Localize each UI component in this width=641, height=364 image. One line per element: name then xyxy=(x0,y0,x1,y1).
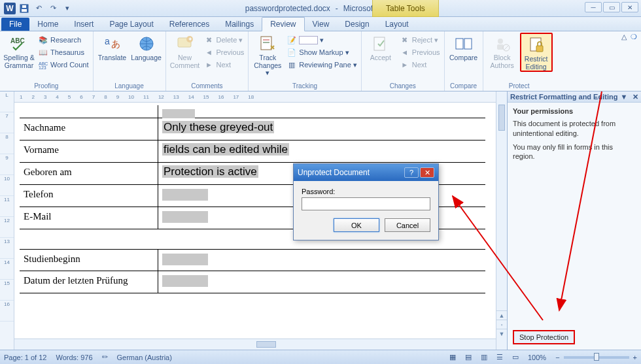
reject-icon: ✖ xyxy=(400,35,410,45)
view-full-screen-icon[interactable]: ▤ xyxy=(465,353,472,361)
form-field[interactable] xyxy=(162,109,195,118)
page-nav: ▲ ◦ ▼ xyxy=(496,310,507,338)
minimize-ribbon-icon[interactable]: △ xyxy=(621,33,627,41)
compare-button[interactable]: Compare xyxy=(447,33,480,62)
stop-protection-button[interactable]: Stop Protection xyxy=(513,330,575,344)
permissions-text-2: You may only fill in forms in this regio… xyxy=(513,142,636,162)
language-status[interactable]: German (Austria) xyxy=(117,354,172,361)
group-label: Changes xyxy=(364,82,442,91)
dialog-help-icon[interactable]: ? xyxy=(404,167,419,178)
help-icon[interactable]: ❍ xyxy=(631,33,637,41)
maximize-button[interactable]: ▭ xyxy=(603,2,620,12)
page-status[interactable]: Page: 1 of 12 xyxy=(4,354,46,361)
form-field[interactable] xyxy=(162,211,208,223)
proofing-status-icon[interactable]: ✏ xyxy=(102,353,108,361)
prev-icon: ◄ xyxy=(204,47,215,58)
view-outline-icon[interactable]: ☰ xyxy=(496,353,503,361)
svg-rect-15 xyxy=(374,37,385,50)
translate-button[interactable]: aあ Translate xyxy=(96,33,129,62)
next-icon: ► xyxy=(204,59,215,70)
show-markup-button[interactable]: 📄Show Markup ▾ xyxy=(285,46,358,58)
tab-references[interactable]: References xyxy=(162,18,217,31)
undo-icon[interactable]: ↶ xyxy=(33,3,44,14)
minimize-button[interactable]: ─ xyxy=(585,2,602,12)
show-markup-icon: 📄 xyxy=(286,47,297,58)
save-icon[interactable] xyxy=(18,3,30,14)
zoom-track[interactable] xyxy=(564,356,629,359)
language-button[interactable]: Language xyxy=(130,33,163,62)
tab-mailings[interactable]: Mailings xyxy=(217,18,262,31)
zoom-thumb[interactable] xyxy=(594,353,599,361)
vertical-scrollbar[interactable]: ▲ ◦ ▼ xyxy=(496,91,507,350)
form-field[interactable] xyxy=(162,275,208,287)
zoom-level[interactable]: 100% xyxy=(528,354,546,361)
tab-view[interactable]: View xyxy=(305,18,338,31)
abc-check-icon: ABC xyxy=(9,34,29,54)
svg-rect-16 xyxy=(456,39,463,49)
delete-icon: ✖ xyxy=(204,35,215,45)
tab-home[interactable]: Home xyxy=(29,18,66,31)
thesaurus-button[interactable]: 📖Thesaurus xyxy=(37,46,90,58)
svg-text:a: a xyxy=(105,36,110,46)
ok-button[interactable]: OK xyxy=(334,218,379,232)
next-page-icon[interactable]: ▼ xyxy=(496,329,507,338)
reviewing-pane-button[interactable]: ▥Reviewing Pane ▾ xyxy=(285,59,358,71)
scroll-thumb[interactable] xyxy=(498,105,505,131)
form-field-text[interactable]: Only these greyed-out xyxy=(162,121,274,133)
label-datum-pruefung: Datum der letzten Prüfung xyxy=(20,271,158,293)
word-count-status[interactable]: Words: 976 xyxy=(56,354,92,361)
scroll-thumb[interactable] xyxy=(256,341,276,348)
svg-text:123: 123 xyxy=(39,65,46,69)
svg-rect-2 xyxy=(22,5,26,8)
form-field-text[interactable]: fields can be edited while xyxy=(162,143,289,156)
ribbon-help: △ ❍ xyxy=(621,33,637,41)
spelling-label: Spelling &Grammar xyxy=(3,54,34,69)
prev-icon: ◄ xyxy=(400,47,410,58)
taskpane-title: Restrict Formatting and Editing xyxy=(510,93,617,101)
dialog-titlebar[interactable]: Unprotect Document ? ✕ xyxy=(294,164,438,181)
restrict-editing-icon xyxy=(527,35,546,55)
prev-comment-button: ◄Previous xyxy=(203,46,246,58)
redo-icon[interactable]: ↷ xyxy=(47,3,59,14)
compare-icon xyxy=(454,34,474,54)
zoom-in-icon[interactable]: + xyxy=(633,354,637,361)
browse-object-icon[interactable]: ◦ xyxy=(496,320,507,329)
password-input[interactable] xyxy=(302,197,430,210)
dialog-close-icon[interactable]: ✕ xyxy=(420,167,434,178)
horizontal-scrollbar[interactable] xyxy=(14,339,496,350)
group-protect: BlockAuthors RestrictEditing Protect xyxy=(483,31,555,91)
close-button[interactable]: ✕ xyxy=(621,2,638,12)
zoom-slider[interactable]: − + xyxy=(555,354,637,361)
research-button[interactable]: 📚Research xyxy=(37,34,90,46)
next-change-button: ►Next xyxy=(398,59,442,71)
spelling-grammar-button[interactable]: ABC Spelling &Grammar xyxy=(3,33,35,69)
wordcount-button[interactable]: ABC123Word Count xyxy=(37,59,90,71)
form-field[interactable] xyxy=(162,189,208,201)
form-field[interactable] xyxy=(162,254,208,265)
form-field-text[interactable]: Protection is active xyxy=(162,165,258,178)
tab-design[interactable]: Design xyxy=(337,18,377,31)
view-web-icon[interactable]: ▥ xyxy=(481,353,487,361)
tab-page-layout[interactable]: Page Layout xyxy=(101,18,161,31)
svg-rect-17 xyxy=(464,39,472,49)
markup-icon: 📝 xyxy=(286,35,297,45)
qat-customize-icon[interactable]: ▾ xyxy=(61,3,73,14)
restrict-editing-button[interactable]: RestrictEditing xyxy=(520,33,553,72)
tab-insert[interactable]: Insert xyxy=(66,18,101,31)
ribbon-tabs: File Home Insert Page Layout References … xyxy=(0,17,641,31)
track-changes-button[interactable]: TrackChanges ▾ xyxy=(251,33,284,77)
zoom-out-icon[interactable]: − xyxy=(555,354,559,361)
taskpane-close-icon[interactable]: ✕ xyxy=(632,93,638,101)
cancel-button[interactable]: Cancel xyxy=(385,218,430,232)
taskpane-dropdown-icon[interactable]: ▼ xyxy=(620,93,627,101)
tab-review[interactable]: Review xyxy=(262,17,304,31)
tab-file[interactable]: File xyxy=(1,18,29,31)
new-comment-button: ✦ NewComment xyxy=(169,33,201,69)
view-print-layout-icon[interactable]: ▦ xyxy=(449,353,456,361)
view-draft-icon[interactable]: ▭ xyxy=(512,353,519,361)
tab-layout[interactable]: Layout xyxy=(377,18,417,31)
display-for-review-dropdown[interactable]: 📝 ▾ xyxy=(285,34,358,46)
ribbon: ABC Spelling &Grammar 📚Research 📖Thesaur… xyxy=(0,31,641,91)
permissions-heading: Your permissions xyxy=(513,107,636,116)
prev-page-icon[interactable]: ▲ xyxy=(496,310,507,320)
